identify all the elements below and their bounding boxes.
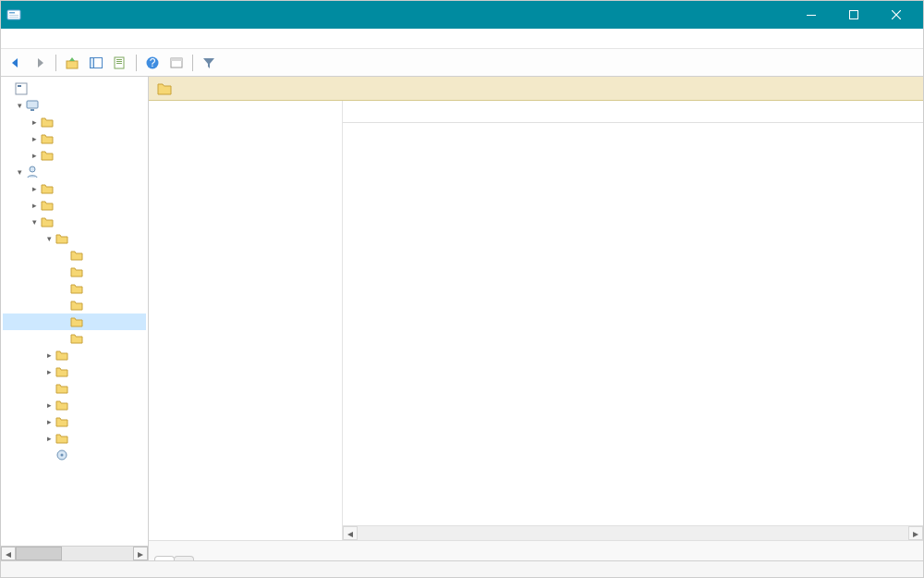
- tab-standard[interactable]: [174, 556, 194, 560]
- export-button[interactable]: [165, 52, 188, 74]
- list-horizontal-scrollbar[interactable]: ◂ ▸: [343, 525, 923, 540]
- all-settings-icon: [55, 448, 69, 462]
- policy-tree[interactable]: ▾ ▸ ▸ ▸ ▾ ▸ ▸ ▾ ▾ ▸ ▸ ▸: [1, 77, 148, 467]
- svg-rect-3: [9, 17, 18, 18]
- svg-rect-5: [850, 11, 858, 19]
- expand-icon[interactable]: ▸: [29, 201, 40, 210]
- svg-point-23: [30, 166, 35, 172]
- scroll-left-icon[interactable]: ◂: [343, 526, 358, 540]
- folder-icon: [55, 398, 69, 412]
- expand-icon[interactable]: ▸: [43, 417, 55, 426]
- svg-rect-21: [27, 101, 38, 108]
- svg-rect-12: [116, 59, 122, 60]
- svg-rect-18: [171, 58, 182, 61]
- folder-icon: [69, 298, 84, 313]
- collapse-icon[interactable]: ▾: [29, 217, 40, 227]
- svg-rect-14: [116, 63, 122, 64]
- svg-point-25: [61, 454, 64, 457]
- expand-icon[interactable]: ▸: [43, 400, 55, 410]
- scroll-track[interactable]: [16, 547, 133, 560]
- expand-icon[interactable]: ▸: [43, 434, 55, 443]
- tab-extended[interactable]: [154, 556, 175, 560]
- folder-icon: [55, 364, 69, 379]
- tab-strip: [149, 540, 923, 560]
- app-icon: [6, 7, 21, 22]
- scroll-right-icon[interactable]: ▸: [908, 526, 923, 540]
- help-button[interactable]: ?: [141, 52, 164, 74]
- svg-rect-4: [807, 15, 816, 16]
- toolbar-separator: [136, 55, 137, 71]
- list-header: [343, 101, 923, 123]
- scroll-thumb[interactable]: [16, 547, 62, 560]
- svg-rect-8: [67, 61, 78, 68]
- detail-pane: [149, 101, 343, 540]
- policy-root-icon: [14, 81, 29, 96]
- expand-icon[interactable]: ▸: [43, 367, 55, 376]
- user-config-icon: [25, 165, 40, 179]
- folder-icon: [55, 414, 69, 429]
- collapse-icon[interactable]: ▾: [14, 101, 25, 110]
- folder-icon: [55, 381, 69, 396]
- folder-icon: [69, 314, 84, 329]
- expand-icon[interactable]: ▸: [29, 184, 40, 193]
- folder-icon: [40, 181, 55, 196]
- svg-rect-13: [116, 61, 122, 62]
- toolbar-separator: [55, 55, 56, 71]
- svg-text:?: ?: [150, 56, 156, 69]
- toolbar: ?: [1, 49, 923, 77]
- folder-icon: [40, 131, 55, 146]
- menu-view[interactable]: [36, 37, 51, 41]
- expand-icon[interactable]: ▸: [29, 134, 40, 143]
- collapse-icon[interactable]: ▾: [43, 234, 55, 243]
- folder-icon: [55, 431, 69, 446]
- filter-button[interactable]: [198, 52, 220, 74]
- computer-config-icon: [25, 98, 40, 113]
- path-header: [149, 77, 923, 101]
- close-button[interactable]: [875, 1, 918, 29]
- content-pane: ◂ ▸: [149, 77, 923, 560]
- menu-action[interactable]: [21, 37, 36, 41]
- settings-list: ◂ ▸: [343, 101, 923, 540]
- folder-icon: [69, 248, 84, 263]
- tree-pane: ▾ ▸ ▸ ▸ ▾ ▸ ▸ ▾ ▾ ▸ ▸ ▸: [1, 77, 149, 560]
- toolbar-separator: [192, 55, 193, 71]
- workspace: ▾ ▸ ▸ ▸ ▾ ▸ ▸ ▾ ▾ ▸ ▸ ▸: [1, 77, 923, 560]
- list-body[interactable]: [343, 123, 923, 525]
- svg-rect-19: [16, 83, 27, 94]
- scroll-right-icon[interactable]: ▸: [133, 547, 148, 560]
- scroll-left-icon[interactable]: ◂: [1, 547, 16, 560]
- folder-icon: [40, 215, 55, 229]
- menubar: [1, 29, 923, 49]
- svg-rect-1: [9, 12, 15, 14]
- svg-rect-20: [18, 85, 21, 87]
- up-button[interactable]: [61, 52, 83, 74]
- minimize-button[interactable]: [790, 1, 833, 29]
- statusbar: [1, 560, 923, 577]
- svg-rect-2: [9, 15, 18, 16]
- folder-icon: [69, 281, 84, 296]
- collapse-icon[interactable]: ▾: [14, 167, 25, 177]
- folder-icon: [156, 80, 173, 97]
- folder-icon: [69, 331, 84, 346]
- titlebar: [1, 1, 923, 29]
- folder-icon: [40, 198, 55, 213]
- column-comment[interactable]: [794, 101, 923, 122]
- folder-icon: [55, 231, 69, 246]
- properties-button[interactable]: [109, 52, 131, 74]
- tree-horizontal-scrollbar[interactable]: ◂ ▸: [1, 546, 148, 560]
- menu-file[interactable]: [6, 37, 21, 41]
- expand-icon[interactable]: ▸: [29, 151, 40, 160]
- maximize-button[interactable]: [833, 1, 875, 29]
- menu-help[interactable]: [51, 37, 66, 41]
- folder-icon: [55, 348, 69, 363]
- folder-icon: [69, 264, 84, 279]
- expand-icon[interactable]: ▸: [43, 350, 55, 360]
- scroll-track[interactable]: [358, 526, 908, 540]
- expand-icon[interactable]: ▸: [29, 117, 40, 127]
- forward-button[interactable]: [29, 52, 51, 74]
- show-hide-tree-button[interactable]: [85, 52, 107, 74]
- column-state[interactable]: [655, 101, 794, 122]
- back-button[interactable]: [5, 52, 27, 74]
- column-setting[interactable]: [343, 101, 655, 122]
- folder-icon: [40, 115, 55, 129]
